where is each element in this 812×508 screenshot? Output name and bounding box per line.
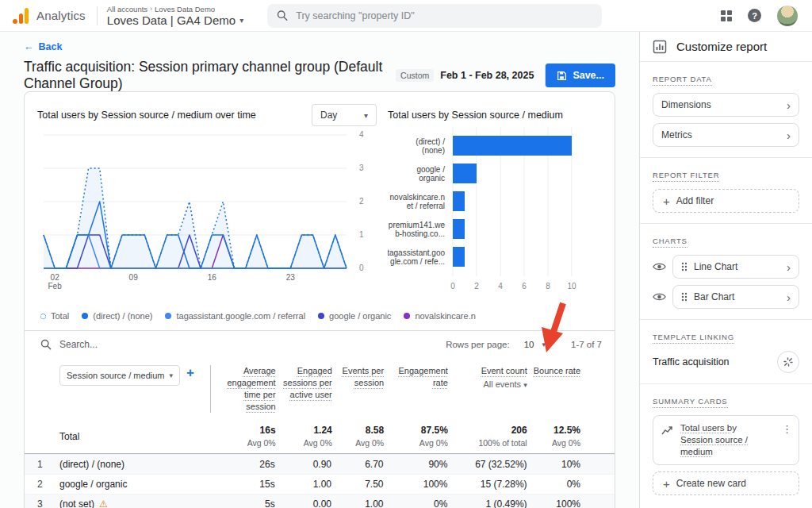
add-filter-button[interactable]: + Add filter	[653, 189, 799, 213]
pagination-status: 1-7 of 7	[571, 340, 602, 349]
cell: 1.00	[331, 498, 384, 508]
event-filter-select[interactable]: All events ▾	[453, 379, 527, 391]
analytics-logo[interactable]: Analytics	[0, 8, 86, 24]
svg-text:Feb: Feb	[48, 282, 63, 291]
breadcrumb-account: Loves Data Demo	[155, 5, 215, 13]
column-header-engagement-rate[interactable]: Engagement rate	[384, 365, 448, 413]
visibility-eye-icon[interactable]	[653, 262, 666, 271]
save-button[interactable]: Save...	[545, 64, 615, 87]
cell: 7.50	[331, 479, 384, 490]
warning-icon: ⚠	[99, 498, 108, 508]
customize-report-panel: Customize report REPORT DATA Dimensions …	[639, 32, 812, 508]
rows-per-page-label: Rows per page:	[446, 340, 510, 349]
apps-grid-icon[interactable]	[721, 10, 732, 21]
svg-text:1: 1	[359, 230, 364, 239]
dimension-selector[interactable]: Session source / medium ▾	[59, 365, 180, 386]
svg-text:23: 23	[286, 273, 296, 282]
rows-per-page-value[interactable]: 10	[524, 340, 534, 349]
table-row[interactable]: 2 google / organic 15s 1.00 7.50 100% 15…	[25, 474, 615, 494]
svg-text:novalskincare.n: novalskincare.n	[390, 193, 445, 202]
legend-dot-total	[40, 314, 46, 319]
cell: 5s	[188, 498, 275, 508]
report-data-section-label: REPORT DATA	[653, 75, 712, 86]
drag-handle-icon[interactable]	[681, 262, 688, 271]
cell: 1.00	[275, 479, 331, 490]
bar-chart-card-label: Bar Chart	[694, 291, 734, 302]
analytics-logo-text: Analytics	[36, 9, 86, 22]
table-search-input[interactable]	[59, 339, 218, 350]
search-icon	[277, 10, 288, 21]
customize-report-icon	[653, 40, 667, 54]
back-button[interactable]: ← Back	[24, 41, 615, 52]
svg-text:6: 6	[522, 282, 527, 291]
legend-item-google-organic: google / organic	[318, 311, 391, 321]
global-search[interactable]	[267, 4, 602, 28]
cell: 1 (0.49%)	[447, 498, 527, 508]
svg-text:gle.com / refe...: gle.com / refe...	[390, 257, 445, 266]
chevron-right-icon: ›	[787, 291, 791, 303]
metrics-label: Metrics	[661, 129, 692, 140]
create-new-card-button[interactable]: + Create new card	[653, 471, 799, 495]
column-header-event-count[interactable]: Event count All events ▾	[448, 365, 527, 413]
cell: 67 (32.52%)	[447, 459, 527, 470]
save-icon	[557, 71, 567, 81]
table-search[interactable]	[40, 339, 446, 350]
chevron-right-icon: ›	[787, 129, 791, 141]
column-header-bounce-rate[interactable]: Bounce rate	[527, 365, 580, 413]
unlink-template-button[interactable]	[777, 351, 799, 373]
date-range-picker[interactable]: Custom Feb 1 - Feb 28, 2025	[396, 69, 534, 82]
bar-chart-card[interactable]: Bar Chart ›	[672, 285, 799, 309]
chart-legend: Total (direct) / (none) tagassistant.goo…	[25, 303, 615, 331]
trending-up-icon	[661, 425, 674, 437]
legend-label: novalskincare.n	[415, 311, 475, 321]
cell: 0%	[384, 498, 448, 508]
column-header-engaged-sessions[interactable]: Engaged sessions per active user	[276, 365, 332, 413]
summary-card-line1: Total users by	[680, 423, 737, 433]
analytics-logo-icon	[13, 8, 30, 24]
svg-text:16: 16	[208, 273, 217, 282]
save-label: Save...	[573, 70, 604, 81]
drag-handle-icon[interactable]	[681, 292, 688, 302]
row-rank: 2	[37, 479, 59, 490]
svg-text:4: 4	[359, 130, 364, 139]
template-linking-section-label: TEMPLATE LINKING	[653, 333, 734, 344]
cell: 15 (7.28%)	[447, 479, 527, 490]
customize-report-title: Customize report	[676, 40, 767, 53]
dimensions-button[interactable]: Dimensions ›	[653, 93, 799, 117]
total-cell: 1.24Avg 0%	[276, 425, 332, 448]
table-row[interactable]: 3 (not set) ⚠ 5s 0.00 1.00 0% 1 (0.49%) …	[25, 494, 615, 508]
visibility-eye-icon[interactable]	[653, 292, 666, 302]
column-header-events-per-session[interactable]: Events per session	[332, 365, 384, 413]
total-cell: 16sAvg 0%	[210, 425, 276, 448]
chevron-down-icon[interactable]: ▾	[542, 341, 546, 348]
line-chart-card[interactable]: Line Chart ›	[672, 255, 799, 279]
column-header-avg-engagement-time[interactable]: Average engagement time per session	[210, 365, 276, 413]
granularity-select[interactable]: Day ▾	[312, 104, 377, 126]
legend-dot	[82, 313, 88, 319]
avatar[interactable]	[777, 6, 798, 26]
plus-icon: +	[663, 477, 670, 491]
report-filter-section-label: REPORT FILTER	[653, 171, 719, 182]
search-icon	[40, 339, 52, 350]
svg-text:8: 8	[546, 282, 550, 291]
row-dimension-value: google / organic	[59, 479, 188, 490]
summary-card-line2: Session source / medium	[680, 435, 748, 456]
cell: 0%	[527, 479, 580, 490]
help-icon[interactable]: ?	[748, 9, 761, 22]
svg-text:tagassistant.goo: tagassistant.goo	[388, 248, 445, 257]
table-row[interactable]: 1 (direct) / (none) 26s 0.90 6.70 90% 67…	[25, 454, 615, 474]
summary-card-total-users[interactable]: Total users by Session source / medium ⋮	[653, 415, 799, 465]
date-custom-chip: Custom	[396, 69, 434, 82]
metrics-button[interactable]: Metrics ›	[653, 123, 799, 147]
unlink-icon	[783, 356, 794, 368]
dimension-selector-value: Session source / medium	[67, 371, 165, 380]
row-rank: 3	[37, 498, 59, 508]
svg-text:(direct) /: (direct) /	[416, 137, 445, 146]
kebab-menu-icon[interactable]: ⋮	[782, 422, 792, 458]
cell: 15s	[188, 479, 275, 490]
account-switcher[interactable]: All accounts › Loves Data Demo Loves Dat…	[107, 5, 243, 27]
global-search-input[interactable]	[296, 10, 592, 21]
create-new-card-label: Create new card	[676, 478, 746, 489]
add-dimension-button[interactable]: +	[186, 365, 194, 381]
report-card: Total users by Session source / medium o…	[24, 91, 615, 508]
